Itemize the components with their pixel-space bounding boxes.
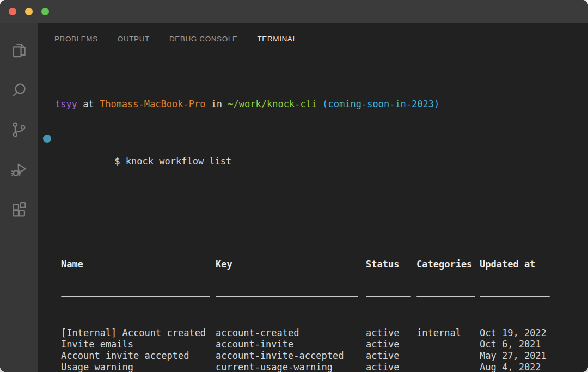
search-icon <box>10 81 28 101</box>
prompt-segment: (coming-soon-in-2023) <box>317 99 439 109</box>
table-cell: current-usage-warning <box>216 362 366 372</box>
sidebar-item-extensions[interactable] <box>0 190 38 230</box>
tab-label: OUTPUT <box>118 35 150 43</box>
sidebar-item-run-and-debug[interactable] <box>0 150 38 190</box>
table-row: Account invite acceptedaccount-invite-ac… <box>61 350 588 362</box>
table-cell: Invite emails <box>61 339 216 350</box>
panel-tabbar: PROBLEMSOUTPUTDEBUG CONSOLETERMINAL <box>38 23 588 54</box>
activity-bar <box>0 23 38 372</box>
table-cell: [Internal] Account created <box>61 327 216 339</box>
table-cell: account-invite-accepted <box>216 350 366 362</box>
table-cell: internal <box>416 327 480 339</box>
column-underline <box>216 296 358 297</box>
prompt-segment: at <box>77 99 100 109</box>
run-and-debug-icon <box>10 160 28 181</box>
command-mark-icon <box>43 135 51 143</box>
source-control-icon <box>10 120 28 141</box>
column-underline <box>480 296 550 297</box>
column-header: Categories <box>416 259 480 270</box>
shell-prompt-line: tsyy at Thomass-MacBook-Pro in ~/work/kn… <box>55 99 588 110</box>
prompt-segment: Thomass-MacBook-Pro <box>100 99 205 109</box>
table-cell: May 27, 2021 <box>480 350 550 362</box>
tab-terminal[interactable]: TERMINAL <box>258 23 297 54</box>
table-row: Usage warningcurrent-usage-warningactive… <box>61 362 588 372</box>
zoom-window-button[interactable] <box>41 8 49 15</box>
tab-output[interactable]: OUTPUT <box>118 23 150 54</box>
table-header-row: NameKeyStatusCategoriesUpdated at <box>61 259 588 270</box>
table-cell <box>416 339 480 350</box>
table-cell: Account invite accepted <box>61 350 216 362</box>
panel: PROBLEMSOUTPUTDEBUG CONSOLETERMINAL tsyy… <box>38 23 588 372</box>
column-header: Updated at <box>480 259 550 270</box>
app-body: PROBLEMSOUTPUTDEBUG CONSOLETERMINAL tsyy… <box>0 23 588 372</box>
tab-label: DEBUG CONSOLE <box>169 35 238 43</box>
prompt-segment: tsyy <box>55 99 77 109</box>
prompt-segment: in <box>205 99 228 109</box>
table-cell: Aug 4, 2022 <box>480 362 550 372</box>
tab-problems[interactable]: PROBLEMS <box>54 23 98 54</box>
sidebar-item-explorer[interactable] <box>0 31 38 71</box>
table-cell <box>416 350 480 362</box>
column-header: Status <box>366 259 416 270</box>
table-cell: active <box>366 339 416 350</box>
column-underline <box>416 296 475 297</box>
column-header: Name <box>61 259 216 270</box>
extensions-icon <box>10 200 28 221</box>
table-cell: Oct 19, 2022 <box>480 327 550 339</box>
tab-debug-console[interactable]: DEBUG CONSOLE <box>169 23 238 54</box>
terminal[interactable]: tsyy at Thomass-MacBook-Pro in ~/work/kn… <box>38 54 588 372</box>
sidebar-item-source-control[interactable] <box>0 111 38 150</box>
table-header-underline <box>61 293 588 304</box>
workflow-table: NameKeyStatusCategoriesUpdated at [Inter… <box>61 236 588 372</box>
table-cell: active <box>366 327 416 339</box>
table-cell: Usage warning <box>61 362 216 372</box>
table-row: [Internal] Account createdaccount-create… <box>61 327 588 339</box>
tab-label: PROBLEMS <box>54 35 98 43</box>
close-window-button[interactable] <box>9 8 16 15</box>
table-cell: active <box>366 362 416 372</box>
command-line: $ knock workflow list <box>59 133 588 179</box>
app-window: PROBLEMSOUTPUTDEBUG CONSOLETERMINAL tsyy… <box>0 0 588 372</box>
table-cell: account-created <box>216 327 366 339</box>
column-header: Key <box>216 259 366 270</box>
files-icon <box>10 41 28 62</box>
table-cell: active <box>366 350 416 362</box>
table-cell: account-invite <box>216 339 366 350</box>
sidebar-item-search[interactable] <box>0 71 38 111</box>
table-row: Invite emailsaccount-inviteactiveOct 6, … <box>61 339 588 350</box>
table-cell: Oct 6, 2021 <box>480 339 550 350</box>
tab-label: TERMINAL <box>258 35 297 43</box>
prompt-segment: ~/work/knock-cli <box>228 99 317 109</box>
column-underline <box>61 296 210 297</box>
column-underline <box>366 296 411 297</box>
table-body: [Internal] Account createdaccount-create… <box>61 327 588 372</box>
command-text: $ knock workflow list <box>114 156 231 167</box>
titlebar[interactable] <box>0 0 588 23</box>
table-cell <box>416 362 480 372</box>
minimize-window-button[interactable] <box>25 8 33 15</box>
